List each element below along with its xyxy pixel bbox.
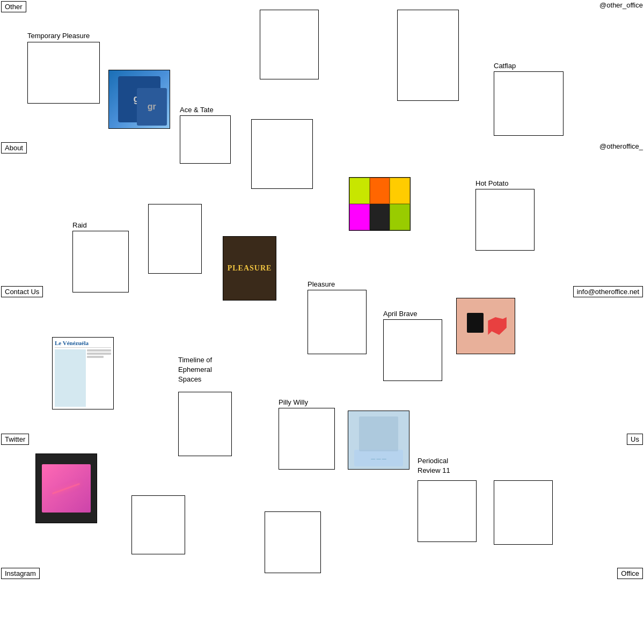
colorful-item[interactable] — [349, 177, 411, 231]
twitter-nav[interactable]: Twitter — [1, 434, 29, 445]
fern-box[interactable] — [265, 511, 321, 573]
office-bottom-right[interactable]: Office — [617, 568, 643, 579]
april-brave-box[interactable] — [383, 319, 442, 381]
periodical-box[interactable] — [418, 480, 477, 542]
office-box[interactable] — [494, 480, 553, 545]
other-office-insta[interactable]: @otheroffice_ — [599, 142, 643, 150]
timeline-box[interactable] — [178, 392, 232, 456]
hot-potato-box[interactable] — [475, 189, 535, 251]
ace-tate-box[interactable] — [180, 115, 231, 164]
other-nav[interactable]: Other — [1, 1, 26, 12]
pleasure-img[interactable]: PLEASURE — [223, 236, 276, 301]
timeline-label[interactable]: Timeline ofEphemeralSpaces — [178, 355, 212, 385]
us-label: Us — [627, 434, 643, 445]
raid-label[interactable]: Raid — [72, 221, 87, 230]
catflap-label[interactable]: Catflap — [494, 62, 516, 71]
ace-tate-label[interactable]: Ace & Tate — [180, 106, 214, 115]
pink-img[interactable] — [35, 453, 97, 523]
temporary-pleasure-box[interactable] — [27, 42, 100, 104]
box-top-right[interactable] — [397, 10, 459, 101]
girl-outdoor-box[interactable] — [131, 495, 185, 554]
temporary-pleasure-label[interactable]: Temporary Pleasure — [27, 32, 90, 41]
april-brave-label[interactable]: April Brave — [383, 310, 418, 319]
contact-us-nav[interactable]: Contact Us — [1, 286, 43, 297]
gallery-img[interactable]: — — — — [348, 411, 409, 470]
pleasure-label[interactable]: Pleasure — [308, 280, 335, 289]
tablets-item[interactable]: gr gr — [108, 70, 170, 129]
pilly-willy-label[interactable]: Pilly Willy — [279, 398, 308, 407]
map-img[interactable] — [456, 298, 515, 354]
other-office-twitter[interactable]: @other_office — [599, 1, 643, 9]
box-top-center[interactable] — [260, 10, 319, 79]
pilly-willy-box[interactable] — [279, 408, 335, 470]
info-email[interactable]: info@otheroffice.net — [573, 286, 643, 297]
box-top-center2[interactable] — [251, 119, 313, 189]
periodical-label[interactable]: PeriodicalReview 11 — [418, 456, 450, 475]
hot-potato-label[interactable]: Hot Potato — [475, 179, 508, 188]
catflap-box[interactable] — [494, 71, 564, 136]
about-nav[interactable]: About — [1, 142, 27, 153]
box5[interactable] — [148, 204, 202, 274]
instagram-nav[interactable]: Instagram — [1, 568, 40, 579]
pleasure-box[interactable] — [308, 290, 367, 354]
raid-box[interactable] — [72, 231, 129, 292]
venezuela-img[interactable]: Le Vénézuéla — [52, 337, 114, 409]
